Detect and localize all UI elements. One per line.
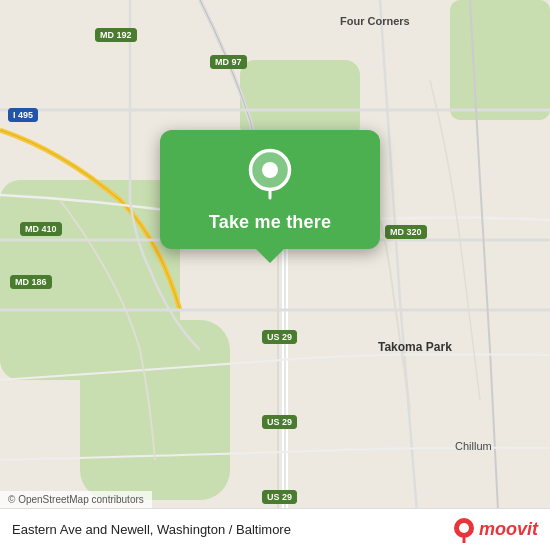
moovit-brand-name: moovit (479, 519, 538, 540)
road-badge-us29a: US 29 (262, 330, 297, 344)
popup-label: Take me there (209, 212, 331, 233)
location-text: Eastern Ave and Newell, Washington / Bal… (12, 522, 291, 537)
bottom-bar: Eastern Ave and Newell, Washington / Bal… (0, 508, 550, 550)
svg-point-7 (459, 523, 469, 533)
road-badge-us29c: US 29 (262, 490, 297, 504)
svg-point-4 (262, 162, 278, 178)
road-badge-md410: MD 410 (20, 222, 62, 236)
popup-card[interactable]: Take me there (160, 130, 380, 249)
location-pin-icon (247, 148, 293, 202)
place-label-chillum: Chillum (455, 440, 492, 452)
road-badge-i495: I 495 (8, 108, 38, 122)
moovit-logo: moovit (453, 517, 538, 543)
road-badge-md97: MD 97 (210, 55, 247, 69)
place-label-takoma-park: Takoma Park (378, 340, 452, 354)
road-badge-us29b: US 29 (262, 415, 297, 429)
pin-icon-wrapper (243, 148, 297, 202)
map-container: MD 192 MD 97 I 495 MD 410 MD 186 MD 320 … (0, 0, 550, 550)
copyright-text: © OpenStreetMap contributors (0, 491, 152, 508)
road-badge-md320: MD 320 (385, 225, 427, 239)
moovit-pin-icon (453, 517, 475, 543)
place-label-four-corners: Four Corners (340, 15, 410, 27)
road-network (0, 0, 550, 550)
road-badge-md192: MD 192 (95, 28, 137, 42)
road-badge-md186: MD 186 (10, 275, 52, 289)
